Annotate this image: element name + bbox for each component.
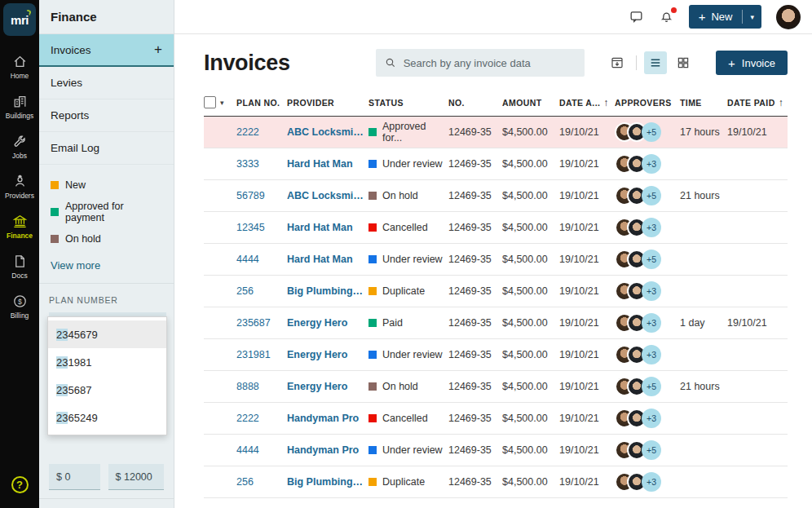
rail-item-buildings[interactable]: Buildings [0, 87, 39, 127]
invoice-row[interactable]: 256Big Plumbing Co.Duplicate12469-35$4,5… [204, 276, 788, 307]
amount-max-input[interactable]: $ 12000 [108, 464, 164, 490]
legend-item-on-hold[interactable]: On hold [51, 233, 162, 245]
approvers-overflow-badge[interactable]: +3 [642, 345, 661, 364]
approvers-cell: +5 [615, 186, 680, 205]
rail-item-docs[interactable]: Docs [0, 247, 39, 287]
invoice-row[interactable]: 235687Energy HeroPaid12469-35$4,500.0019… [204, 307, 788, 339]
user-avatar[interactable] [776, 5, 801, 29]
col-header-status[interactable]: Status [368, 98, 448, 108]
invoice-row[interactable]: 2222Handyman ProCancelled12469-35$4,500.… [204, 403, 788, 435]
plan-number-link[interactable]: 3333 [236, 158, 287, 170]
col-header-plan-no[interactable]: Plan no. [236, 98, 287, 108]
invoice-row[interactable]: 256Big Plumbing Co.Duplicate12469-35$4,5… [204, 466, 788, 498]
help-icon[interactable]: ? [11, 476, 29, 493]
new-button[interactable]: +New [689, 10, 743, 24]
invoice-row[interactable]: 12345Hard Hat ManCancelled12469-35$4,500… [204, 212, 788, 244]
approvers-overflow-badge[interactable]: +3 [642, 313, 661, 333]
sort-ascending-icon[interactable]: ↑ [779, 97, 783, 108]
rail-item-providers[interactable]: Providers [0, 167, 39, 207]
provider-link[interactable]: Energy Hero [287, 349, 368, 360]
select-menu-caret-icon[interactable]: ▾ [220, 99, 224, 107]
rail-item-billing[interactable]: $Billing [0, 287, 39, 327]
plan-number-link[interactable]: 2222 [236, 413, 287, 424]
plan-number-link[interactable]: 2222 [236, 126, 287, 138]
provider-link[interactable]: Hard Hat Man [287, 254, 368, 265]
provider-link[interactable]: Energy Hero [287, 317, 368, 329]
amount-min-input[interactable]: $ 0 [49, 464, 100, 490]
sort-ascending-icon[interactable]: ↑ [603, 97, 608, 108]
approvers-overflow-badge[interactable]: +3 [642, 472, 661, 492]
plan-number-link[interactable]: 235687 [236, 317, 287, 329]
approvers-overflow-badge[interactable]: +3 [642, 409, 661, 428]
plan-number-link[interactable]: 4444 [236, 254, 287, 265]
plan-number-link[interactable]: 256 [236, 285, 287, 297]
plan-number-link[interactable]: 231981 [236, 349, 287, 360]
invoice-row[interactable]: 3333Hard Hat ManUnder review12469-35$4,5… [204, 148, 788, 180]
plan-option-2345679[interactable]: 2345679 [48, 320, 166, 348]
search-input[interactable] [404, 57, 576, 69]
sidebar-item-email-log[interactable]: Email Log [39, 132, 174, 165]
comments-icon[interactable] [629, 9, 644, 24]
provider-link[interactable]: Hard Hat Man [287, 222, 368, 233]
invoice-row[interactable]: 2222ABC LocksmithsApproved for...12469-3… [204, 117, 788, 148]
provider-link[interactable]: Energy Hero [287, 381, 368, 392]
plan-number-link[interactable]: 56789 [236, 190, 287, 201]
col-header-provider[interactable]: Provider [287, 98, 368, 108]
provider-link[interactable]: Big Plumbing Co. [287, 285, 368, 297]
approvers-overflow-badge[interactable]: +3 [642, 281, 661, 301]
col-header-approvers[interactable]: Approvers [615, 98, 680, 108]
invoice-row[interactable]: 231981Energy HeroUnder review12469-35$4,… [204, 339, 788, 371]
plan-option-235687[interactable]: 235687 [48, 376, 166, 404]
provider-link[interactable]: Handyman Pro [287, 413, 368, 424]
sidebar-item-invoices[interactable]: Invoices+ [39, 34, 174, 67]
invoice-row[interactable]: 56789ABC LocksmithsOn hold12469-35$4,500… [204, 180, 788, 212]
view-more-link[interactable]: View more [39, 258, 174, 284]
page-header: Invoices [204, 49, 788, 77]
approvers-overflow-badge[interactable]: +5 [642, 250, 661, 269]
list-view-icon[interactable] [644, 51, 667, 74]
select-all-checkbox[interactable] [204, 96, 216, 108]
new-dropdown-caret-icon[interactable]: ▾ [743, 13, 761, 21]
sidebar-item-reports[interactable]: Reports [39, 99, 174, 132]
plan-number-link[interactable]: 12345 [236, 222, 287, 233]
provider-link[interactable]: Hard Hat Man [287, 158, 368, 170]
mri-logo[interactable]: mri [3, 3, 36, 36]
approvers-overflow-badge[interactable]: +5 [642, 122, 661, 142]
invoice-row[interactable]: 4444Handyman ProUnder review12469-35$4,5… [204, 435, 788, 466]
approvers-overflow-badge[interactable]: +3 [642, 154, 661, 174]
add-invoice-button[interactable]: + Invoice [716, 51, 788, 75]
tray-download-icon[interactable] [606, 51, 629, 74]
provider-link[interactable]: ABC Locksmiths [287, 190, 368, 201]
approvers-overflow-badge[interactable]: +5 [642, 377, 661, 396]
plan-number-link[interactable]: 8888 [236, 381, 287, 392]
plan-option-2365249[interactable]: 2365249 [48, 404, 166, 431]
col-header-no[interactable]: No. [448, 98, 502, 108]
rail-item-home[interactable]: Home [0, 47, 39, 87]
invoice-row[interactable]: 8888Energy HeroOn hold12469-35$4,500.001… [204, 371, 788, 403]
approvers-overflow-badge[interactable]: +5 [642, 186, 661, 205]
provider-link[interactable]: ABC Locksmiths [287, 126, 368, 138]
col-header-date-paid[interactable]: Date paid↑ [727, 97, 786, 108]
approvers-overflow-badge[interactable]: +5 [642, 440, 661, 460]
rail-item-finance[interactable]: Finance [0, 207, 39, 247]
plan-number-link[interactable]: 256 [236, 476, 287, 488]
col-header-date-a[interactable]: Date a...↑ [559, 97, 615, 108]
status-swatch [368, 446, 377, 454]
col-header-amount[interactable]: Amount [502, 98, 559, 108]
legend-item-approved-for-payment[interactable]: Approved for payment [51, 201, 162, 223]
plan-number-link[interactable]: 4444 [236, 444, 287, 456]
provider-link[interactable]: Big Plumbing Co. [287, 476, 368, 488]
invoice-row[interactable]: 4444Hard Hat ManUnder review12469-35$4,5… [204, 244, 788, 276]
provider-link[interactable]: Handyman Pro [287, 444, 368, 456]
sidebar-item-levies[interactable]: Levies [39, 67, 174, 99]
grid-view-icon[interactable] [672, 51, 695, 74]
legend-item-new[interactable]: New [51, 179, 162, 191]
rail-item-jobs[interactable]: Jobs [0, 127, 39, 167]
approvers-overflow-badge[interactable]: +3 [642, 218, 661, 237]
col-header-time[interactable]: Time [680, 98, 727, 108]
date-approved-cell: 19/10/21 [559, 349, 615, 360]
add-invoice-plus-icon[interactable]: + [154, 42, 162, 58]
notifications-bell-icon[interactable] [659, 9, 674, 24]
plan-option-231981[interactable]: 231981 [48, 348, 166, 376]
new-split-button[interactable]: +New ▾ [689, 5, 761, 29]
